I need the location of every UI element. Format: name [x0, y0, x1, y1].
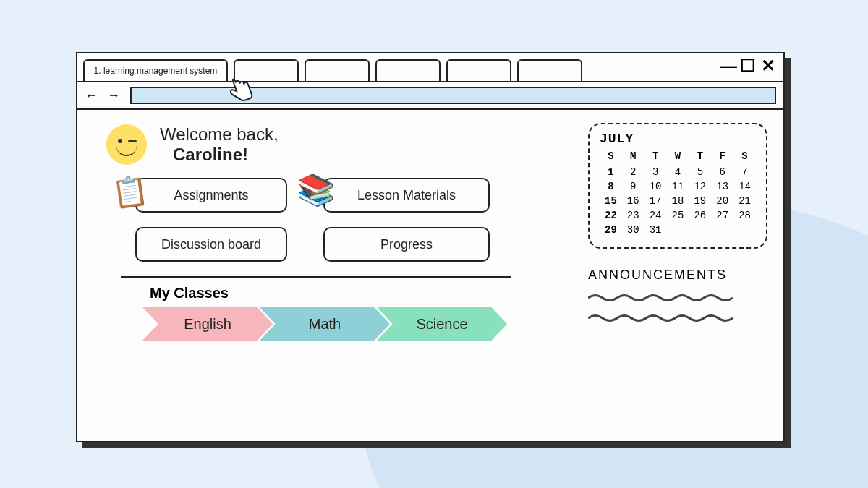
calendar-day-cell[interactable]: 29 [600, 223, 622, 237]
calendar-day-cell[interactable]: 4 [667, 165, 689, 179]
browser-tab-active[interactable]: 1. learning management system [83, 59, 228, 81]
nav-back-forward-icon[interactable]: ← → [85, 88, 123, 103]
class-english[interactable]: English [142, 307, 273, 341]
announcement-line-1 [588, 293, 767, 303]
main-panel: Welcome back, Caroline! 📋 Assignments 📚 … [77, 110, 581, 441]
calendar-day-cell [667, 223, 689, 237]
calendar-day-cell[interactable]: 24 [644, 208, 667, 223]
calendar-day-cell[interactable]: 21 [733, 194, 756, 208]
calendar-day-cell[interactable]: 17 [644, 194, 667, 208]
calendar-day-cell[interactable]: 6 [711, 165, 733, 179]
progress-label: Progress [380, 237, 433, 252]
calendar-day-header: S [733, 150, 756, 162]
calendar-day-header: T [689, 150, 711, 162]
calendar-day-headers: SMTWTFS [600, 150, 756, 162]
calendar-week-row: 1234567 [600, 165, 756, 179]
welcome-text: Welcome back, Caroline! [160, 124, 278, 165]
class-math[interactable]: Math [260, 307, 390, 341]
calendar-week-row: 22232425262728 [600, 208, 756, 223]
address-bar: ← → [77, 82, 783, 110]
assignments-label: Assignments [174, 188, 248, 203]
calendar-day-cell [733, 223, 756, 237]
calendar-day-header: M [622, 150, 644, 162]
calendar-day-cell[interactable]: 30 [622, 223, 644, 237]
calendar-day-cell[interactable]: 26 [689, 208, 711, 223]
calendar-day-cell[interactable]: 12 [689, 179, 711, 194]
calendar-day-cell[interactable]: 31 [644, 223, 667, 237]
calendar-day-cell[interactable]: 13 [711, 179, 733, 194]
calendar-day-cell[interactable]: 2 [622, 165, 644, 179]
calendar-day-cell[interactable]: 5 [689, 165, 711, 179]
calendar-day-cell[interactable]: 22 [600, 208, 622, 223]
calendar-day-cell[interactable]: 1 [600, 165, 622, 179]
calendar-day-header: T [644, 150, 667, 162]
browser-tab-blank-4[interactable] [446, 59, 511, 81]
calendar-day-cell[interactable]: 11 [667, 179, 689, 194]
calendar-day-cell [711, 223, 733, 237]
announcement-line-2 [588, 313, 767, 323]
browser-window: 1. learning management system — ☐ ✕ ← → … [76, 52, 785, 442]
calendar-day-cell[interactable]: 16 [622, 194, 644, 208]
calendar-day-cell[interactable]: 3 [644, 165, 667, 179]
progress-button[interactable]: Progress [323, 227, 490, 262]
calendar-day-cell[interactable]: 27 [711, 208, 733, 223]
lesson-materials-label: Lesson Materials [357, 188, 456, 203]
discussion-board-label: Discussion board [161, 237, 261, 252]
calendar-day-cell[interactable]: 10 [644, 179, 667, 194]
browser-tab-blank-2[interactable] [305, 59, 370, 81]
announcements-title: ANNOUNCEMENTS [588, 267, 767, 283]
calendar-day-header: W [667, 150, 689, 162]
lesson-materials-button[interactable]: 📚 Lesson Materials [323, 178, 490, 213]
calendar-day-cell[interactable]: 14 [733, 179, 756, 194]
url-input[interactable] [130, 87, 776, 104]
close-icon[interactable]: ✕ [760, 58, 776, 74]
nav-button-grid: 📋 Assignments 📚 Lesson Materials Discuss… [135, 178, 559, 262]
window-controls: — ☐ ✕ [720, 58, 776, 74]
browser-tab-blank-1[interactable] [234, 59, 299, 81]
maximize-icon[interactable]: ☐ [740, 58, 756, 74]
content-area: Welcome back, Caroline! 📋 Assignments 📚 … [77, 110, 783, 441]
books-icon: 📚 [297, 172, 335, 207]
calendar-week-row: 891011121314 [600, 179, 756, 194]
welcome-username: Caroline! [173, 145, 278, 165]
discussion-board-button[interactable]: Discussion board [135, 227, 287, 262]
welcome-row: Welcome back, Caroline! [106, 124, 559, 165]
calendar-day-cell[interactable]: 20 [711, 194, 733, 208]
class-row: English Math Science [142, 307, 559, 341]
calendar-body: 1234567891011121314151617181920212223242… [600, 165, 756, 237]
calendar-day-cell[interactable]: 7 [733, 165, 756, 179]
minimize-icon[interactable]: — [720, 58, 736, 74]
class-science[interactable]: Science [377, 307, 507, 341]
calendar-widget[interactable]: JULY SMTWTFS 123456789101112131415161718… [588, 123, 767, 249]
calendar-day-cell[interactable]: 9 [622, 179, 644, 194]
clipboard-icon: 📋 [110, 173, 150, 212]
calendar-day-cell[interactable]: 23 [622, 208, 644, 223]
separator [121, 276, 511, 278]
side-panel: JULY SMTWTFS 123456789101112131415161718… [581, 110, 783, 441]
calendar-week-row: 293031 [600, 223, 756, 237]
browser-tab-blank-5[interactable] [517, 59, 582, 81]
calendar-day-cell[interactable]: 18 [667, 194, 689, 208]
my-classes-title: My Classes [150, 285, 559, 301]
calendar-day-cell[interactable]: 8 [600, 179, 622, 194]
calendar-day-header: S [600, 150, 622, 162]
calendar-day-cell[interactable]: 25 [667, 208, 689, 223]
assignments-button[interactable]: 📋 Assignments [135, 178, 287, 213]
welcome-greeting: Welcome back, [160, 124, 278, 144]
calendar-day-cell[interactable]: 19 [689, 194, 711, 208]
calendar-day-cell[interactable]: 15 [600, 194, 622, 208]
smiley-icon [106, 124, 147, 165]
calendar-month: JULY [600, 132, 756, 146]
calendar-day-cell[interactable]: 28 [733, 208, 756, 223]
calendar-week-row: 15161718192021 [600, 194, 756, 208]
calendar-day-header: F [711, 150, 733, 162]
browser-tab-blank-3[interactable] [375, 59, 441, 81]
calendar-day-cell [689, 223, 711, 237]
titlebar: 1. learning management system — ☐ ✕ [77, 53, 783, 82]
